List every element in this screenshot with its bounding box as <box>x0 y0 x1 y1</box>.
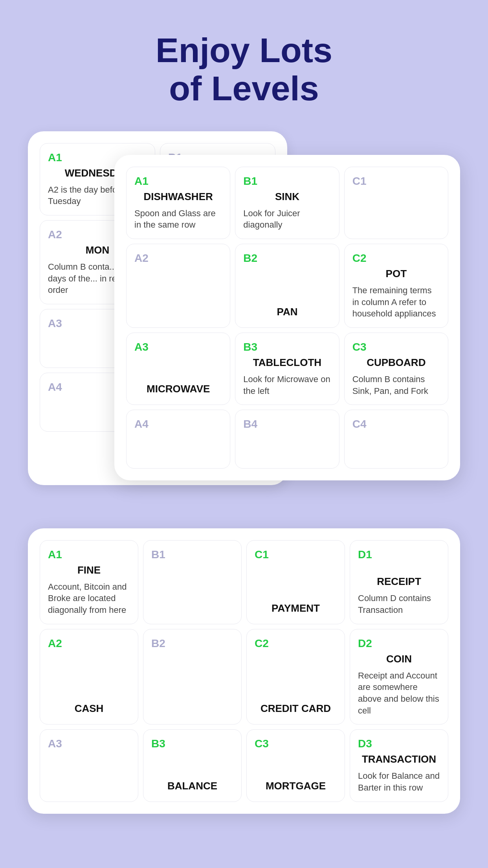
coord-a1-card2: A1 <box>134 175 222 188</box>
cell-b4-card2: B4 <box>235 410 339 469</box>
coord-c3-card2: C3 <box>352 341 440 353</box>
cell-d1-card3: D1 RECEIPT Column D contains Transaction <box>350 540 448 624</box>
cell-a3-card2: A3 MICROWAVE <box>126 333 230 405</box>
title-d3-card3: TRANSACTION <box>358 753 440 765</box>
coord-b3-card2: B3 <box>243 341 331 353</box>
title-c2-card3: CREDIT CARD <box>255 702 337 715</box>
title-c3-card2: CUPBOARD <box>352 357 440 369</box>
cell-d3-card3: D3 TRANSACTION Look for Balance and Bart… <box>350 729 448 802</box>
cell-c3-card3: C3 MORTGAGE <box>246 729 345 802</box>
desc-d3-card3: Look for Balance and Barter in this row <box>358 770 440 793</box>
desc-a1-card2: Spoon and Glass are in the same row <box>134 208 222 231</box>
coord-c4-card2: C4 <box>352 418 440 430</box>
cell-a1-card2: A1 DISHWASHER Spoon and Glass are in the… <box>126 167 230 239</box>
stacked-card-section: A1 WEDNESDAY A2 is the day before Tuesda… <box>28 131 460 509</box>
coord-c2-card2: C2 <box>352 252 440 265</box>
coord-b3-card3: B3 <box>151 737 233 750</box>
coord-a1-card3: A1 <box>48 548 130 561</box>
cell-a2-card3: A2 CASH <box>40 629 138 725</box>
cell-b1-card2: B1 SINK Look for Juicer diagonally <box>235 167 339 239</box>
title-b1-card2: SINK <box>243 191 331 203</box>
coord-a2-card2: A2 <box>134 252 222 265</box>
desc-a1-card3: Account, Bitcoin and Broke are located d… <box>48 581 130 616</box>
desc-d1-card3: Column D contains Transaction <box>358 592 440 616</box>
coord-d1-card3: D1 <box>358 548 440 561</box>
coord-c3-card3: C3 <box>255 737 337 750</box>
coord-b4-card2: B4 <box>243 418 331 430</box>
coord-b1-card2: B1 <box>243 175 331 188</box>
title-a2-card3: CASH <box>48 702 130 715</box>
desc-b1-card2: Look for Juicer diagonally <box>243 208 331 231</box>
cell-b2-card2: B2 PAN <box>235 244 339 328</box>
cell-a4-card2: A4 <box>126 410 230 469</box>
coord-c2-card3: C2 <box>255 637 337 650</box>
cell-b1-card3: B1 <box>143 540 242 624</box>
coord-d2-card3: D2 <box>358 637 440 650</box>
cell-a3-card3: A3 <box>40 729 138 802</box>
coord-a3-card2: A3 <box>134 341 222 353</box>
coord-b2-card3: B2 <box>151 637 233 650</box>
coord-a3-card3: A3 <box>48 737 130 750</box>
cell-b3-card3: B3 BALANCE <box>143 729 242 802</box>
card3: A1 FINE Account, Bitcoin and Broke are l… <box>28 528 460 814</box>
title-b2-card2: PAN <box>243 306 331 318</box>
cell-c1-card2: C1 <box>344 167 448 239</box>
desc-c3-card2: Column B contains Sink, Pan, and Fork <box>352 373 440 397</box>
title-d2-card3: COIN <box>358 653 440 665</box>
title-c3-card3: MORTGAGE <box>255 780 337 792</box>
coord-d3-card3: D3 <box>358 737 440 750</box>
cell-c1-card3: C1 PAYMENT <box>246 540 345 624</box>
desc-b3-card2: Look for Microwave on the left <box>243 373 331 397</box>
coord-b1-card3: B1 <box>151 548 233 561</box>
coord-a2-card3: A2 <box>48 637 130 650</box>
title-c1-card3: PAYMENT <box>255 602 337 614</box>
title-b3-card2: TABLECLOTH <box>243 357 331 369</box>
cell-a2-card2: A2 <box>126 244 230 328</box>
cell-c3-card2: C3 CUPBOARD Column B contains Sink, Pan,… <box>344 333 448 405</box>
cell-b3-card2: B3 TABLECLOTH Look for Microwave on the … <box>235 333 339 405</box>
coord-c1-card2: C1 <box>352 175 440 188</box>
cell-c4-card2: C4 <box>344 410 448 469</box>
title-d1-card3: RECEIPT <box>358 576 440 588</box>
coord-c1-card3: C1 <box>255 548 337 561</box>
page-title: Enjoy Lots of Levels <box>0 0 488 131</box>
desc-d2-card3: Receipt and Account are somewhere above … <box>358 670 440 717</box>
cell-c2-card2: C2 POT The remaining terms in column A r… <box>344 244 448 328</box>
title-b3-card3: BALANCE <box>151 780 233 792</box>
card2: A1 DISHWASHER Spoon and Glass are in the… <box>114 155 460 481</box>
coord-a4-card2: A4 <box>134 418 222 430</box>
cell-c2-card3: C2 CREDIT CARD <box>246 629 345 725</box>
title-a1-card2: DISHWASHER <box>134 191 222 203</box>
coord-b2-card2: B2 <box>243 252 331 265</box>
cell-b2-card3: B2 <box>143 629 242 725</box>
title-a1-card3: FINE <box>48 564 130 576</box>
desc-c2-card2: The remaining terms in column A refer to… <box>352 285 440 320</box>
title-a3-card2: MICROWAVE <box>134 383 222 395</box>
title-c2-card2: POT <box>352 268 440 280</box>
cell-a1-card3: A1 FINE Account, Bitcoin and Broke are l… <box>40 540 138 624</box>
cell-d2-card3: D2 COIN Receipt and Account are somewher… <box>350 629 448 725</box>
